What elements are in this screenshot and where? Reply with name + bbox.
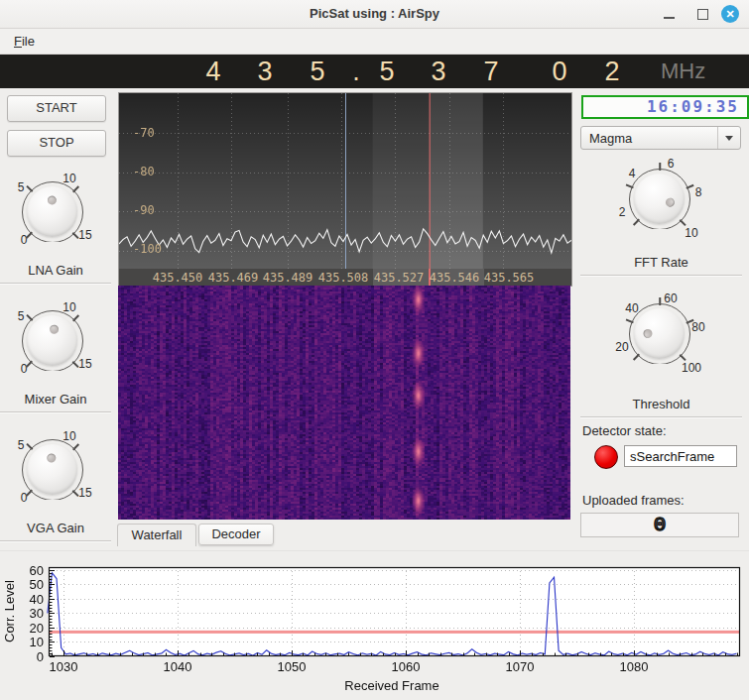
minimize-button[interactable] bbox=[661, 5, 679, 23]
knob-tick-label: 80 bbox=[691, 320, 704, 334]
title-bar: PicSat using : AirSpy ✕ bbox=[0, 0, 749, 29]
freq-axis-tick: 435.565 bbox=[482, 271, 536, 285]
knob-indicator-dot bbox=[665, 196, 676, 207]
fft-rate-label: FFT Rate bbox=[580, 255, 742, 270]
x-axis-tick: 1070 bbox=[498, 659, 542, 674]
vga-gain-knob[interactable]: 0 5 10 15 bbox=[3, 420, 102, 520]
menu-file[interactable]: File bbox=[10, 33, 39, 50]
correlation-chart: 60 50 40 30 20 10 0 1030 1040 1050 1060 … bbox=[0, 550, 749, 700]
chevron-down-icon bbox=[725, 136, 733, 141]
y-axis-title: Corr. Level bbox=[2, 567, 17, 656]
maximize-button[interactable] bbox=[694, 5, 712, 23]
knob-tick-label: 8 bbox=[695, 185, 702, 199]
knob-tick-label: 4 bbox=[629, 167, 636, 180]
frequency-display: 4 3 5 . 5 3 7 0 2 MHz bbox=[0, 55, 749, 88]
knob-indicator-dot bbox=[46, 453, 56, 463]
app-window: PicSat using : AirSpy ✕ File 4 3 5 . 5 3… bbox=[0, 0, 749, 700]
x-axis-tick: 1060 bbox=[384, 659, 428, 674]
divider bbox=[580, 416, 742, 418]
freq-digit[interactable]: 7 bbox=[477, 57, 505, 87]
y-axis-tick: 30 bbox=[20, 606, 44, 621]
db-axis-tick: -80 bbox=[133, 165, 155, 178]
knob-tick-label: 20 bbox=[615, 340, 628, 354]
lna-gain-knob[interactable]: 0 5 10 15 bbox=[3, 163, 102, 262]
frequency-axis-strip: 435.450 435.469 435.489 435.508 435.527 … bbox=[119, 269, 571, 286]
stop-button[interactable]: STOP bbox=[7, 130, 106, 157]
close-button[interactable]: ✕ bbox=[721, 5, 739, 23]
knob-tick-label: 5 bbox=[18, 438, 25, 452]
combo-arrow-zone[interactable] bbox=[717, 127, 740, 149]
left-panel: START STOP 0 5 10 15 LNA Gain 0 5 10 15 … bbox=[0, 88, 111, 550]
knob-indicator-dot bbox=[47, 195, 56, 204]
knob-indicator-dot bbox=[49, 324, 59, 334]
freq-axis-tick: 435.527 bbox=[372, 271, 426, 285]
uploaded-frames-display: 0 bbox=[580, 513, 739, 537]
spectrum-plot[interactable]: -70 -80 -90 -100 435.450 435.469 435.489… bbox=[118, 92, 572, 287]
freq-unit-label: MHz bbox=[661, 58, 724, 84]
fft-rate-knob[interactable]: 2 4 6 8 10 bbox=[610, 150, 709, 249]
y-axis-tick: 10 bbox=[20, 635, 44, 649]
freq-digit[interactable]: 3 bbox=[425, 57, 452, 87]
divider bbox=[0, 411, 111, 413]
y-axis-tick: 0 bbox=[20, 649, 44, 664]
freq-axis-tick: 435.450 bbox=[151, 271, 204, 285]
tab-decoder[interactable]: Decoder bbox=[198, 524, 274, 545]
freq-decimal-point: . bbox=[349, 57, 363, 87]
y-axis-tick: 50 bbox=[20, 577, 44, 592]
freq-digit[interactable]: 3 bbox=[251, 57, 279, 87]
freq-axis-tick: 435.508 bbox=[316, 271, 370, 285]
divider bbox=[580, 275, 742, 277]
db-axis-tick: -70 bbox=[133, 126, 155, 140]
menu-bar: File bbox=[0, 29, 749, 55]
mixer-gain-label: Mixer Gain bbox=[0, 392, 111, 407]
knob-tick-label: 5 bbox=[18, 309, 25, 323]
freq-digit[interactable]: 5 bbox=[304, 57, 331, 87]
divider bbox=[0, 283, 111, 285]
mixer-gain-knob[interactable]: 0 5 10 15 bbox=[3, 292, 102, 391]
y-axis-tick: 40 bbox=[20, 592, 44, 607]
view-tabs: Waterfall Decoder bbox=[117, 523, 274, 546]
threshold-label: Threshold bbox=[580, 397, 742, 411]
uploaded-frames-value: 0 bbox=[654, 515, 667, 535]
colormap-select[interactable]: Magma bbox=[580, 126, 741, 150]
lcd-clock: 16:09:35 bbox=[581, 95, 749, 119]
x-axis-tick: 1050 bbox=[270, 659, 313, 674]
db-axis-tick: -100 bbox=[133, 242, 162, 256]
x-axis-tick: 1030 bbox=[42, 659, 85, 674]
knob-tick-label: 0 bbox=[21, 362, 28, 376]
knob-tick-label: 6 bbox=[668, 157, 675, 171]
freq-digit[interactable]: 2 bbox=[598, 57, 626, 87]
knob-tick-label: 2 bbox=[619, 205, 626, 219]
uploaded-frames-label: Uploaded frames: bbox=[582, 493, 685, 508]
x-axis-tick: 1040 bbox=[156, 659, 199, 674]
waterfall-display[interactable] bbox=[118, 286, 570, 520]
x-axis-title: Received Frame bbox=[0, 678, 749, 693]
knob-tick-label: 5 bbox=[18, 180, 25, 194]
knob-tick-label: 100 bbox=[682, 361, 701, 375]
right-panel: 16:09:35 Magma 2 4 6 8 10 FFT Rate 20 40… bbox=[580, 88, 742, 550]
detector-state-field[interactable] bbox=[624, 445, 737, 467]
freq-axis-tick: 435.546 bbox=[428, 271, 481, 285]
knob-tick-label: 15 bbox=[78, 228, 91, 242]
spectrum-canvas[interactable] bbox=[119, 93, 571, 269]
knob-tick-label: 15 bbox=[78, 357, 91, 371]
colormap-selected-value: Magma bbox=[581, 131, 717, 146]
start-button[interactable]: START bbox=[7, 95, 106, 122]
threshold-knob[interactable]: 20 40 60 80 100 bbox=[610, 285, 709, 384]
vga-gain-label: VGA Gain bbox=[0, 521, 111, 535]
knob-tick-label: 10 bbox=[685, 226, 697, 240]
y-axis-tick: 60 bbox=[20, 563, 44, 578]
freq-digit[interactable]: 4 bbox=[199, 57, 227, 87]
freq-axis-tick: 435.469 bbox=[206, 271, 260, 285]
tab-waterfall[interactable]: Waterfall bbox=[117, 524, 196, 546]
knob-tick-label: 0 bbox=[21, 233, 28, 247]
knob-tick-label: 15 bbox=[78, 486, 91, 500]
freq-digit[interactable]: 0 bbox=[546, 57, 573, 87]
center-panel: -70 -80 -90 -100 435.450 435.469 435.489… bbox=[114, 88, 572, 550]
freq-digit[interactable]: 5 bbox=[373, 57, 401, 87]
freq-axis-tick: 435.489 bbox=[261, 271, 314, 285]
knob-tick-label: 0 bbox=[21, 491, 28, 505]
knob-indicator-dot bbox=[643, 329, 652, 338]
y-axis-tick: 20 bbox=[20, 621, 44, 636]
db-axis-tick: -90 bbox=[133, 203, 155, 217]
